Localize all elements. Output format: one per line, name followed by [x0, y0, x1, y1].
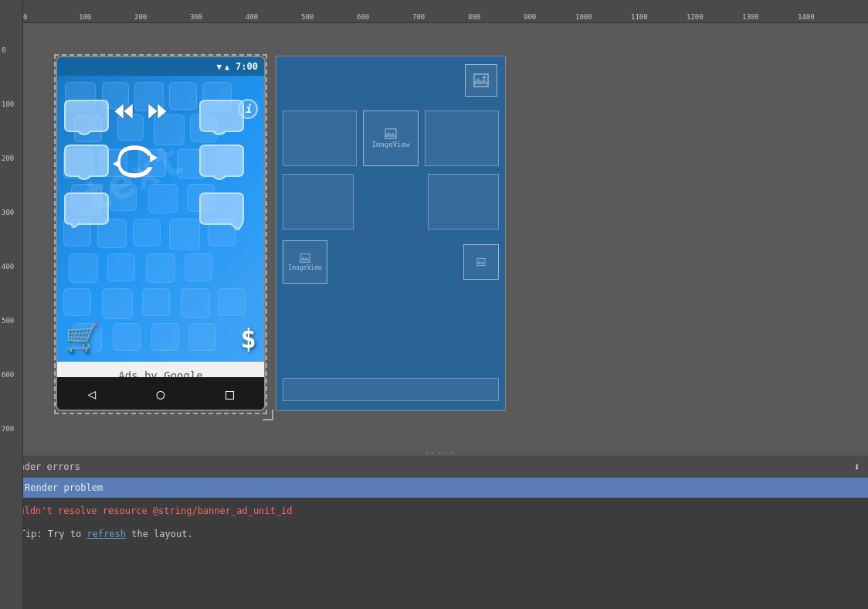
game-piece-3: [61, 144, 112, 182]
error-item-row[interactable]: ! Render problem: [0, 478, 868, 498]
wireframe-panel: ImageView ImageView: [276, 56, 506, 411]
arrow-double-right-icon: [142, 100, 170, 128]
game-area: text i: [57, 76, 264, 362]
svg-marker-14: [477, 260, 485, 264]
nav-bar: ◁ ○ □: [57, 377, 264, 410]
game-piece-6: [196, 192, 247, 230]
wf-imageview-1-label: ImageView: [372, 141, 410, 148]
ruler-left-bar: 0 100 200 300 400 500 600 700: [0, 0, 23, 609]
signal-icon: ▲: [225, 63, 229, 71]
wf-imageview-2: ImageView: [283, 240, 327, 284]
canvas-area: ▼ ▲ 7:00: [23, 23, 868, 454]
wf-imageview-2-label: ImageView: [288, 264, 321, 271]
status-time: 7:00: [236, 61, 258, 72]
wf-placeholder-3: [283, 174, 354, 230]
svg-point-8: [483, 76, 486, 79]
svg-marker-2: [148, 104, 158, 119]
refresh-link[interactable]: refresh: [86, 529, 126, 539]
arrow-double-left-icon: [111, 100, 139, 128]
ruler-top: 0 100 200 300 400 500 600 700 800 900 10…: [0, 0, 868, 23]
svg-marker-12: [300, 257, 310, 260]
game-piece-4: [196, 144, 247, 182]
svg-marker-4: [150, 153, 158, 162]
wf-imageview-3: [463, 244, 499, 280]
svg-marker-5: [113, 159, 120, 168]
wifi-icon: ▼: [216, 62, 222, 72]
nav-recent-button[interactable]: □: [225, 386, 234, 402]
wf-imageview-1: ImageView: [363, 111, 419, 166]
phone-screen: ▼ ▲ 7:00: [57, 57, 264, 377]
refresh-arrows-icon: [110, 139, 161, 185]
dollar-icon: $: [241, 323, 256, 354]
error-code-text: Couldn't resolve resource @string/banner…: [0, 498, 868, 524]
svg-marker-10: [385, 132, 396, 137]
phone-frame: ▼ ▲ 7:00: [56, 56, 266, 411]
status-bar: ▼ ▲ 7:00: [57, 57, 264, 76]
wf-placeholder-1: [283, 111, 357, 166]
error-tip-text: ↻ Tip: Try to refresh the layout.: [0, 524, 868, 543]
ads-label: Ads by Google: [118, 369, 203, 377]
ads-bar: Ads by Google: [57, 362, 264, 377]
svg-marker-1: [124, 104, 133, 119]
error-panel: Render errors ⬇ ! Render problem Couldn'…: [0, 454, 868, 609]
game-piece-2: [196, 99, 247, 138]
dots-indicator: .....: [425, 447, 456, 454]
wf-bottom-bar: [283, 378, 499, 401]
cart-icon: 🛒: [65, 322, 100, 354]
download-icon: ⬇: [854, 461, 860, 473]
selection-corner: [263, 410, 273, 420]
nav-back-button[interactable]: ◁: [87, 386, 96, 402]
error-header: Render errors ⬇: [0, 456, 868, 478]
svg-marker-0: [114, 104, 124, 119]
wf-image-top-right: [465, 64, 497, 97]
svg-marker-7: [474, 78, 488, 84]
game-piece-1: [61, 99, 112, 138]
wf-placeholder-4: [428, 174, 499, 230]
render-problem-label: Render problem: [25, 482, 103, 493]
nav-home-button[interactable]: ○: [157, 386, 165, 402]
wf-placeholder-2: [425, 111, 499, 166]
svg-marker-3: [158, 104, 167, 119]
game-piece-5: [61, 192, 112, 230]
